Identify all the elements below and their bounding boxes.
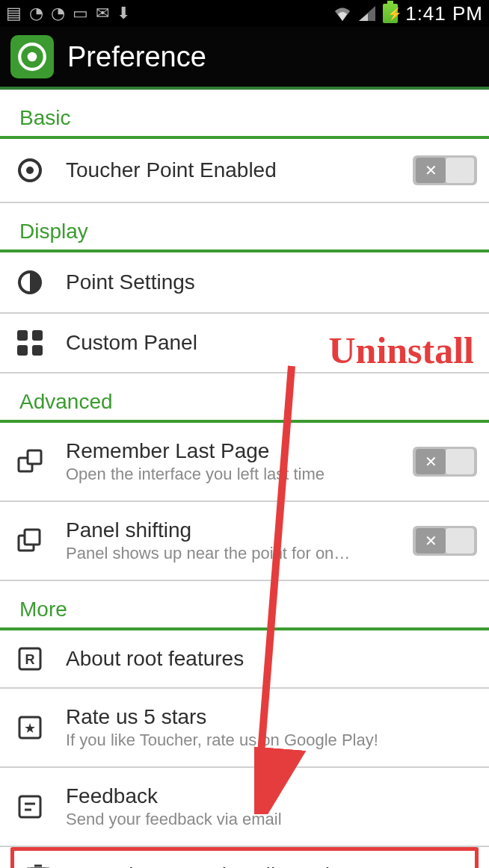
row-title: Rate us 5 stars bbox=[66, 705, 477, 729]
contrast-icon bbox=[12, 269, 48, 296]
action-bar: Preference bbox=[0, 27, 489, 90]
sd-card-icon: ▤ bbox=[6, 5, 22, 22]
svg-rect-8 bbox=[32, 345, 43, 356]
grid-icon bbox=[12, 330, 48, 356]
svg-rect-7 bbox=[17, 345, 28, 356]
windows-icon bbox=[12, 449, 48, 474]
toggle-toucher-enabled[interactable]: ✕ bbox=[413, 155, 477, 185]
image-icon: ▭ bbox=[73, 5, 88, 22]
signal-icon bbox=[359, 6, 375, 21]
svg-rect-17 bbox=[19, 796, 40, 817]
row-sub: If you like Toucher, rate us on Google P… bbox=[66, 731, 477, 750]
row-title: About root features bbox=[66, 647, 477, 671]
toggle-remember[interactable]: ✕ bbox=[413, 447, 477, 477]
section-basic: Basic bbox=[0, 90, 489, 139]
section-more: More bbox=[0, 581, 489, 630]
svg-rect-5 bbox=[17, 330, 28, 341]
row-uninstall[interactable]: Deactivate & uninstall Toucher bbox=[10, 847, 479, 868]
star-box-icon: ★ bbox=[12, 716, 48, 740]
row-title: Remember Last Page bbox=[66, 439, 395, 463]
svg-point-3 bbox=[26, 167, 34, 174]
mail-icon: ✉ bbox=[96, 5, 109, 22]
row-toucher-enabled[interactable]: Toucher Point Enabled ✕ bbox=[0, 139, 489, 203]
drop-icon: ◔ bbox=[29, 5, 43, 22]
row-title: Toucher Point Enabled bbox=[66, 158, 395, 182]
row-title: Deactivate & uninstall Toucher bbox=[74, 864, 469, 868]
app-icon bbox=[10, 35, 54, 78]
drop-icon-2: ◔ bbox=[51, 5, 65, 22]
row-rate-us[interactable]: ★ Rate us 5 stars If you like Toucher, r… bbox=[0, 689, 489, 768]
download-icon: ⬇ bbox=[117, 5, 130, 22]
status-bar: ▤ ◔ ◔ ▭ ✉ ⬇ ⚡ 1:41 PM bbox=[0, 0, 489, 27]
svg-point-1 bbox=[28, 52, 37, 62]
svg-rect-10 bbox=[28, 450, 41, 464]
row-root-features[interactable]: R About root features bbox=[0, 630, 489, 689]
section-display: Display bbox=[0, 203, 489, 252]
annotation-label: Uninstall bbox=[328, 329, 474, 372]
row-sub: Open the interface you left last time bbox=[66, 465, 395, 484]
row-title: Feedback bbox=[66, 784, 477, 808]
trash-icon bbox=[20, 863, 56, 868]
row-panel-shifting[interactable]: Panel shifting Panel shows up near the p… bbox=[0, 502, 489, 581]
svg-rect-6 bbox=[32, 330, 43, 341]
target-icon bbox=[12, 157, 48, 184]
page-title: Preference bbox=[67, 41, 206, 73]
row-title: Panel shifting bbox=[66, 518, 395, 542]
row-feedback[interactable]: Feedback Send your feedback via email bbox=[0, 768, 489, 847]
svg-text:R: R bbox=[25, 652, 35, 667]
stack-icon bbox=[12, 528, 48, 554]
row-sub: Send your feedback via email bbox=[66, 810, 477, 829]
row-title: Point Settings bbox=[66, 270, 477, 294]
clock: 1:41 PM bbox=[405, 2, 483, 25]
battery-icon: ⚡ bbox=[383, 4, 398, 23]
svg-text:★: ★ bbox=[24, 721, 36, 736]
content: Basic Toucher Point Enabled ✕ Display Po… bbox=[0, 90, 489, 868]
screen: ▤ ◔ ◔ ▭ ✉ ⬇ ⚡ 1:41 PM Preference Basic bbox=[0, 0, 489, 868]
wifi-icon bbox=[333, 6, 351, 21]
note-icon bbox=[12, 795, 48, 819]
row-point-settings[interactable]: Point Settings bbox=[0, 252, 489, 314]
r-box-icon: R bbox=[12, 647, 48, 671]
svg-rect-12 bbox=[25, 530, 40, 545]
row-remember-last-page[interactable]: Remember Last Page Open the interface yo… bbox=[0, 423, 489, 502]
row-sub: Panel shows up near the point for on… bbox=[66, 544, 395, 563]
section-advanced: Advanced bbox=[0, 373, 489, 423]
toggle-shifting[interactable]: ✕ bbox=[413, 526, 477, 556]
